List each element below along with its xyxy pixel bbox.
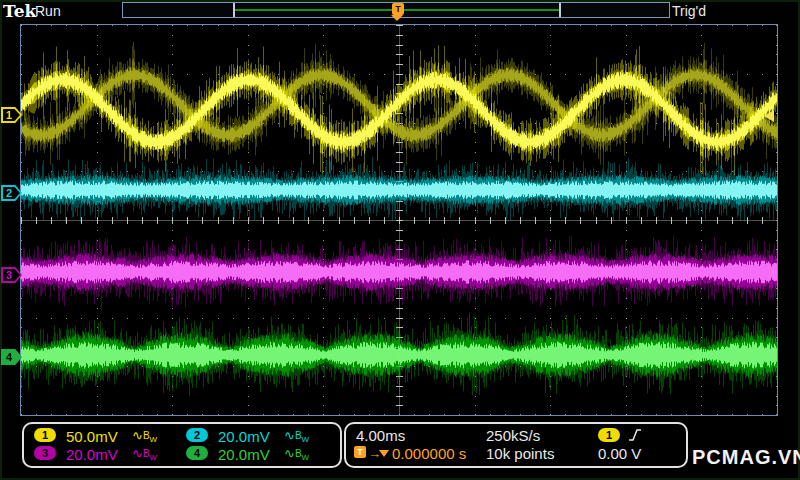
channel-3-badge[interactable]: 3 bbox=[34, 446, 56, 460]
oscilloscope-screen: Tek Run Trig'd T T 1 2 3 4 1 5 bbox=[0, 0, 800, 480]
trigger-source-badge[interactable]: 1 bbox=[598, 428, 620, 442]
trigger-level-down-arrow-icon bbox=[379, 450, 389, 457]
channel-4-badge[interactable]: 4 bbox=[186, 446, 208, 460]
trigger-status: Trig'd bbox=[672, 3, 706, 19]
channel-4-scale: 20.0mV bbox=[218, 446, 270, 463]
channel-readout-box: 1 50.0mV ∿BW 2 20.0mV ∿BW 3 20.0mV ∿BW 4… bbox=[22, 422, 342, 468]
channel-2-badge[interactable]: 2 bbox=[186, 428, 208, 442]
trigger-position-arrow-icon bbox=[391, 15, 403, 21]
trigger-level-arrow-icon[interactable] bbox=[764, 110, 774, 122]
trigger-time-readout: 0.000000 s bbox=[392, 445, 466, 462]
channel-1-badge[interactable]: 1 bbox=[34, 428, 56, 442]
graticule bbox=[20, 24, 778, 416]
channel-readout-row-2: 3 20.0mV ∿BW 4 20.0mV ∿BW bbox=[24, 446, 340, 464]
channel-2-position-marker[interactable]: 2 bbox=[1, 185, 22, 201]
channel-1-marker-label: 1 bbox=[1, 107, 22, 123]
channel-2-coupling-bw-icon: ∿BW bbox=[284, 428, 309, 444]
record-trigger-t-icon[interactable]: T bbox=[392, 3, 404, 15]
channel-3-position-marker[interactable]: 3 bbox=[1, 267, 22, 283]
tek-logo: Tek bbox=[3, 1, 36, 21]
pcmag-watermark: PCMAG.VN bbox=[692, 446, 800, 469]
channel-2-scale: 20.0mV bbox=[218, 428, 270, 445]
trigger-level-readout: 0.00 V bbox=[598, 445, 641, 462]
channel-3-marker-label: 3 bbox=[1, 267, 22, 283]
channel-2-marker-label: 2 bbox=[1, 185, 22, 201]
rising-edge-slope-icon bbox=[628, 428, 642, 442]
record-window-right-bracket[interactable] bbox=[559, 3, 561, 17]
channel-3-coupling-bw-icon: ∿BW bbox=[132, 446, 157, 462]
channel-1-position-marker[interactable]: 1 bbox=[1, 107, 22, 123]
horizontal-trigger-readout-box: 4.00ms 250kS/s 1 T → 0.000000 s 10k poin… bbox=[344, 422, 688, 468]
acquisition-status: Run bbox=[35, 3, 61, 19]
channel-4-marker-label: 4 bbox=[1, 349, 22, 365]
channel-3-scale: 20.0mV bbox=[66, 446, 118, 463]
record-length-readout: 10k points bbox=[486, 445, 554, 462]
sample-rate-readout: 250kS/s bbox=[486, 427, 540, 444]
trigger-t-badge: T bbox=[354, 446, 366, 458]
channel-4-coupling-bw-icon: ∿BW bbox=[284, 446, 309, 462]
timebase-readout: 4.00ms bbox=[356, 427, 405, 444]
waveform-display bbox=[21, 25, 777, 415]
channel-readout-row-1: 1 50.0mV ∿BW 2 20.0mV ∿BW bbox=[24, 428, 340, 446]
channel-1-scale: 50.0mV bbox=[66, 428, 118, 445]
channel-4-position-marker[interactable]: 4 bbox=[1, 349, 22, 365]
channel-1-coupling-bw-icon: ∿BW bbox=[132, 428, 157, 444]
